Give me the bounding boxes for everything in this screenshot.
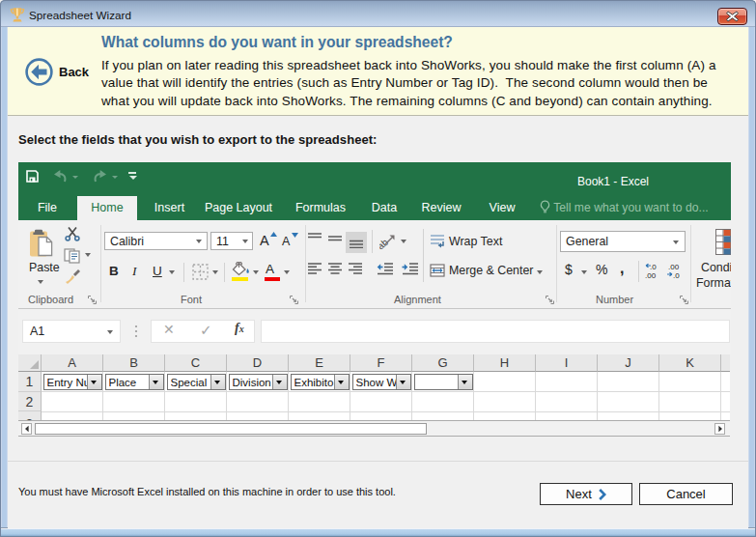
svg-text:.0: .0 (650, 263, 657, 271)
svg-text:.0: .0 (673, 271, 680, 279)
svg-text:.00: .00 (668, 263, 680, 271)
svg-text:ab: ab (379, 237, 390, 249)
svg-text:.00: .00 (645, 271, 657, 279)
